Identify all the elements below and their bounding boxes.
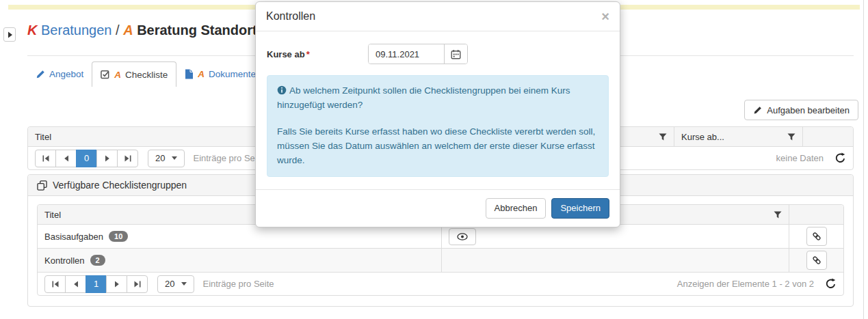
- group-description-cell: [441, 225, 789, 248]
- link-group-button[interactable]: [806, 227, 827, 246]
- cancel-button[interactable]: Abbrechen: [486, 198, 547, 219]
- angebot-marker: A: [114, 70, 121, 80]
- table-row: Basisaufgaben 10: [38, 225, 843, 249]
- seek-first-icon: [52, 281, 59, 288]
- filter-icon[interactable]: [787, 133, 795, 141]
- seek-last-icon: [124, 155, 131, 162]
- edit-tasks-button[interactable]: Aufgaben bearbeiten: [744, 100, 858, 120]
- tab-dokumente[interactable]: A Dokumente: [176, 61, 264, 87]
- pencil-icon: [36, 70, 45, 79]
- preview-description-button[interactable]: [449, 228, 476, 245]
- page-last-button[interactable]: [127, 275, 148, 293]
- filter-icon[interactable]: [774, 211, 782, 219]
- kontrollen-dialog: Kontrollen × Kurse ab* Ab welchem Zeitpu…: [255, 1, 620, 227]
- app-window: K Beratungen / A Beratung Standort Angeb…: [0, 0, 868, 319]
- dialog-header: Kontrollen ×: [256, 2, 620, 31]
- caret-right-icon: [7, 31, 13, 38]
- table-row: Kontrollen 2: [38, 249, 843, 273]
- chevron-down-icon: [172, 156, 177, 160]
- count-badge: 2: [90, 255, 105, 266]
- checkbox-icon: [101, 70, 110, 79]
- calendar-icon: [451, 49, 461, 59]
- groups-grid-pager: 1 20 Einträge pro Seite Anzeigen der Ele…: [38, 273, 843, 295]
- page-size-value: 20: [155, 153, 165, 163]
- column-label: Titel: [44, 210, 61, 220]
- grid-status: keine Daten: [776, 153, 824, 163]
- field-label-text: Kurse ab: [267, 49, 305, 59]
- refresh-button[interactable]: [834, 152, 846, 164]
- filter-icon[interactable]: [659, 133, 667, 141]
- seek-first-icon: [42, 155, 49, 162]
- group-title-cell: Kontrollen 2: [38, 249, 441, 272]
- pencil-icon: [753, 106, 762, 115]
- pagination: 0: [35, 150, 138, 167]
- info-question-text: Ab welchem Zeitpunkt sollen die Checklis…: [277, 85, 570, 110]
- dialog-body: Kurse ab* Ab welchem Zeitpunkt sollen di…: [256, 31, 620, 189]
- info-note: Falls Sie bereits Kurse erfasst haben wo…: [277, 125, 599, 168]
- page-first-button[interactable]: [44, 275, 66, 293]
- kurse-ab-field-row: Kurse ab*: [267, 44, 609, 64]
- page-next-button[interactable]: [106, 275, 127, 293]
- column-label: Kurse ab...: [681, 132, 724, 142]
- tab-angebot[interactable]: Angebot: [27, 61, 92, 87]
- group-title-cell: Basisaufgaben 10: [38, 225, 441, 248]
- link-icon: [812, 255, 821, 265]
- per-page-label: Einträge pro Seite: [202, 279, 274, 289]
- dialog-footer: Abbrechen Speichern: [256, 189, 620, 227]
- panel-title: Verfügbare Checklistengruppen: [53, 180, 187, 191]
- page-size-select[interactable]: 20: [157, 275, 194, 293]
- group-actions-cell: [789, 225, 843, 248]
- group-title: Kontrollen: [44, 255, 85, 266]
- group-title: Basisaufgaben: [44, 232, 103, 242]
- link-icon: [812, 232, 821, 241]
- refresh-button[interactable]: [825, 278, 837, 290]
- column-actions: [789, 205, 843, 224]
- page-last-button[interactable]: [117, 150, 138, 167]
- page-number-button[interactable]: 1: [86, 275, 107, 293]
- column-kurse-ab[interactable]: Kurse ab...: [674, 127, 802, 146]
- angebot-marker: A: [198, 69, 205, 79]
- page-first-button[interactable]: [35, 150, 56, 167]
- seek-last-icon: [134, 281, 141, 288]
- file-icon: [185, 69, 194, 79]
- date-input[interactable]: [369, 44, 444, 64]
- close-icon[interactable]: ×: [601, 10, 609, 23]
- page-prev-button[interactable]: [55, 150, 77, 167]
- chevron-down-icon: [181, 282, 187, 286]
- copy-icon: [37, 180, 47, 191]
- info-icon: [277, 85, 287, 95]
- prev-icon: [73, 281, 79, 288]
- info-question: Ab welchem Zeitpunkt sollen die Checklis…: [277, 84, 599, 113]
- breadcrumb-separator: /: [116, 23, 120, 38]
- page-prev-button[interactable]: [65, 275, 86, 293]
- scrollbar-track[interactable]: [863, 0, 864, 319]
- edit-tasks-label: Aufgaben bearbeiten: [767, 105, 850, 115]
- page-size-value: 20: [165, 279, 174, 289]
- grid-status: Anzeigen der Elemente 1 - 2 von 2: [677, 279, 814, 289]
- group-description-cell: [441, 249, 789, 272]
- tab-label: Angebot: [49, 69, 83, 79]
- link-group-button[interactable]: [806, 251, 827, 270]
- date-picker: [368, 44, 468, 64]
- per-page-label: Einträge pro Seite: [193, 153, 264, 163]
- column-actions: [802, 127, 853, 146]
- refresh-icon: [825, 278, 837, 290]
- page-next-button[interactable]: [96, 150, 118, 167]
- next-icon: [104, 155, 111, 162]
- count-badge: 10: [109, 231, 128, 242]
- breadcrumb: K Beratungen / A Beratung Standort: [27, 23, 257, 38]
- eye-icon: [457, 233, 468, 240]
- page-size-select[interactable]: 20: [148, 150, 185, 167]
- tab-checkliste[interactable]: A Checkliste: [92, 61, 176, 87]
- info-message: Ab welchem Zeitpunkt sollen die Checklis…: [267, 75, 609, 177]
- next-icon: [114, 281, 120, 288]
- breadcrumb-parent-link[interactable]: Beratungen: [41, 23, 111, 38]
- page-number-button[interactable]: 0: [76, 150, 97, 167]
- group-actions-cell: [789, 249, 843, 272]
- column-label: Titel: [35, 132, 51, 142]
- calendar-button[interactable]: [444, 44, 467, 64]
- save-button[interactable]: Speichern: [551, 198, 609, 219]
- page-title: Beratung Standort: [137, 23, 257, 38]
- tab-label: Dokumente: [209, 69, 256, 79]
- sidebar-expand-button[interactable]: [3, 27, 16, 42]
